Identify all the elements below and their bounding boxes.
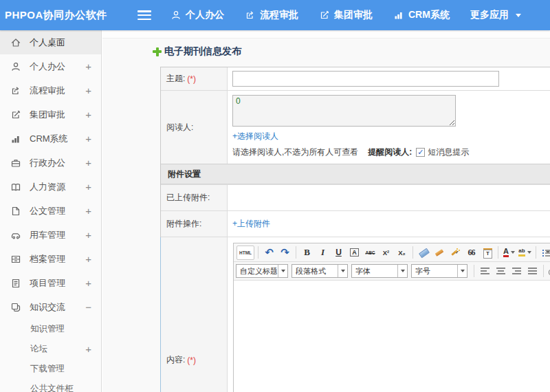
sidebar-item-label: 公共文件柜 (30, 383, 74, 392)
sidebar-item-项目管理[interactable]: 项目管理+ (0, 271, 101, 295)
edit-icon (10, 109, 21, 120)
highlight-icon[interactable] (518, 246, 532, 260)
topbar-nav: 个人办公流程审批集团审批CRM系统更多应用 (170, 9, 542, 21)
doc-icon (10, 206, 21, 217)
italic-icon[interactable] (316, 246, 330, 260)
select-label: 段落格式 (296, 266, 326, 276)
expand-icon[interactable]: + (85, 229, 91, 241)
book-icon (10, 182, 21, 193)
superscript-icon[interactable] (379, 246, 393, 260)
topnav-item[interactable]: 个人办公 (170, 9, 224, 21)
readers-textarea[interactable]: 0 (232, 95, 456, 127)
chat-icon (10, 302, 21, 313)
sidebar-item-公文管理[interactable]: 公文管理+ (0, 199, 101, 223)
sidebar-item-集团审批[interactable]: 集团审批+ (0, 102, 101, 127)
hamburger-icon[interactable] (138, 10, 151, 20)
sms-label: 短消息提示 (428, 146, 469, 158)
upload-attachment-link[interactable]: +上传附件 (232, 218, 270, 230)
user-icon (170, 10, 182, 21)
sidebar-item-知识管理[interactable]: 知识管理 (0, 319, 101, 339)
link-icon[interactable] (547, 264, 550, 279)
underline-icon[interactable] (331, 246, 346, 260)
font-color-icon[interactable] (502, 246, 516, 260)
expand-icon[interactable]: + (85, 85, 91, 96)
sidebar-item-个人桌面[interactable]: 个人桌面 (0, 30, 101, 54)
format-brush-icon[interactable] (432, 246, 447, 260)
sidebar-item-人力资源[interactable]: 人力资源+ (0, 175, 101, 199)
topnav-item[interactable]: 流程审批 (245, 9, 298, 21)
expand-icon[interactable]: + (85, 253, 91, 265)
editor-select-自定义标题[interactable]: 自定义标题 (236, 264, 288, 278)
topnav-item[interactable]: CRM系统 (393, 9, 450, 21)
content-label: 内容: (*) (161, 237, 228, 392)
editor-content-area[interactable] (234, 281, 550, 392)
toolbar-separator (296, 246, 296, 259)
sidebar-item-个人办公[interactable]: 个人办公+ (0, 54, 101, 78)
editor-toolbar-row1: HTML (234, 243, 550, 262)
editor-select-段落格式[interactable]: 段落格式 (292, 264, 348, 278)
align-left-icon[interactable] (478, 264, 492, 279)
toolbar-separator (543, 265, 544, 277)
choose-readers-link[interactable]: +选择阅读人 (232, 131, 278, 142)
sidebar-item-知识交流[interactable]: 知识交流− (0, 295, 101, 319)
sidebar-item-行政办公[interactable]: 行政办公+ (0, 151, 101, 175)
sidebar-item-公共文件柜[interactable]: 公共文件柜 (0, 379, 101, 392)
edit-icon (319, 10, 330, 21)
font-box-icon[interactable] (347, 246, 362, 260)
align-center-icon[interactable] (494, 264, 508, 279)
sidebar-item-label: 集团审批 (30, 109, 65, 121)
editor-select-字体[interactable]: 字体 (351, 264, 408, 278)
undo-icon[interactable] (262, 246, 276, 260)
sidebar-item-用车管理[interactable]: 用车管理+ (0, 223, 101, 247)
sidebar-item-下载管理[interactable]: 下载管理 (0, 359, 101, 379)
topnav-item[interactable]: 更多应用 (470, 9, 521, 21)
editor-select-字号[interactable]: 字号 (411, 264, 468, 278)
html-icon[interactable]: HTML (236, 246, 254, 260)
redo-icon[interactable] (278, 246, 292, 260)
expand-icon[interactable]: + (85, 133, 91, 144)
align-right-icon[interactable] (509, 264, 524, 279)
ordered-list-icon[interactable] (540, 246, 550, 260)
expand-icon[interactable]: + (85, 343, 91, 355)
expand-icon[interactable]: + (85, 205, 91, 217)
readers-label: 阅读人: (161, 91, 228, 164)
eraser-icon[interactable] (417, 246, 431, 260)
readers-row: 阅读人: 0 +选择阅读人 请选择阅读人,不选为所有人可查看 提醒阅读人: 短消… (161, 90, 550, 164)
sidebar-item-论坛[interactable]: 论坛+ (0, 339, 101, 359)
align-justify-icon[interactable] (525, 264, 540, 279)
expand-icon[interactable]: + (85, 277, 91, 289)
sidebar-item-label: 项目管理 (30, 277, 65, 290)
toolbar-separator (498, 246, 498, 259)
publish-form: 主题: (*) 阅读人: 0 +选择阅读人 请选择阅读人,不选为所有人可查看 提… (160, 67, 550, 392)
expand-icon[interactable]: + (85, 109, 91, 120)
rich-text-editor: HTML 自定义标题段落格式字体字号 (233, 243, 550, 392)
select-caret-icon (338, 265, 347, 277)
blockquote-icon[interactable] (464, 246, 478, 260)
content-top-strip (102, 30, 550, 39)
select-label: 字体 (355, 266, 371, 276)
sidebar-item-档案管理[interactable]: 档案管理+ (0, 247, 101, 271)
main-content: 电子期刊信息发布 主题: (*) 阅读人: 0 +选择阅读人 (102, 30, 550, 392)
topnav-item[interactable]: 集团审批 (319, 9, 373, 21)
strikethrough-icon[interactable] (363, 246, 377, 260)
bold-icon[interactable] (300, 246, 314, 260)
sidebar-item-流程审批[interactable]: 流程审批+ (0, 78, 101, 102)
expand-icon[interactable]: + (85, 61, 91, 72)
page-title: 电子期刊信息发布 (153, 45, 550, 58)
chart-icon (10, 133, 21, 144)
subscript-icon[interactable] (395, 246, 409, 260)
sms-checkbox[interactable] (416, 148, 425, 157)
collapse-icon[interactable]: − (85, 301, 91, 313)
magic-wand-icon[interactable] (448, 246, 463, 260)
subject-input[interactable] (232, 71, 499, 87)
toolbar-separator (258, 246, 258, 259)
dropdown-caret-icon (527, 251, 531, 254)
user-icon (10, 61, 21, 72)
expand-icon[interactable]: + (85, 157, 91, 168)
expand-icon[interactable]: + (85, 181, 91, 193)
readers-hint: 请选择阅读人,不选为所有人可查看 (232, 146, 358, 158)
caret-down-icon (516, 14, 521, 17)
paste-icon[interactable] (480, 246, 494, 260)
sidebar-item-CRM系统[interactable]: CRM系统+ (0, 127, 101, 151)
required-mark: (*) (187, 356, 196, 365)
